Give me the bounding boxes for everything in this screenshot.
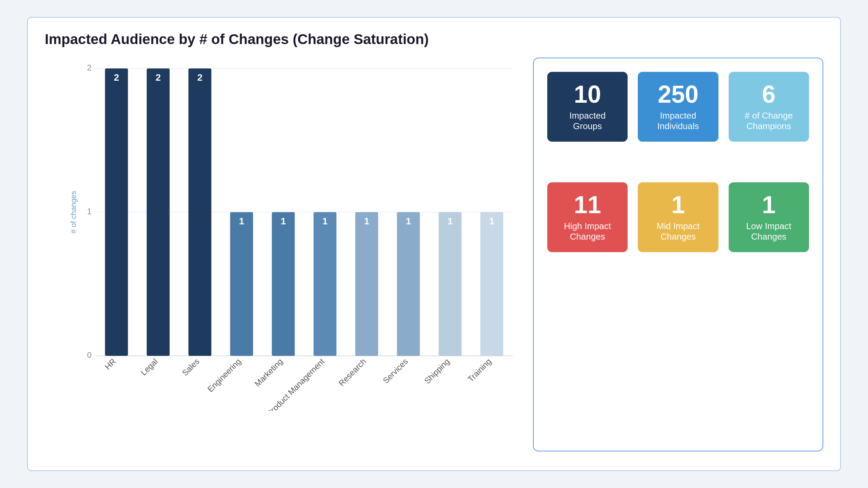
stat-number: 6 — [762, 82, 775, 106]
svg-text:1: 1 — [364, 216, 370, 226]
chart-area: 012# of changes2HR2Legal2Sales1Engineeri… — [45, 58, 519, 451]
svg-rect-17 — [230, 212, 253, 356]
svg-text:0: 0 — [87, 350, 92, 360]
svg-text:2: 2 — [156, 72, 161, 83]
svg-text:1: 1 — [239, 216, 244, 226]
stat-card: 11High Impact Changes — [547, 182, 628, 252]
stat-label: High Impact Changes — [554, 221, 621, 242]
svg-text:2: 2 — [197, 72, 203, 83]
stat-label: Low Impact Changes — [735, 221, 802, 242]
stat-number: 11 — [574, 192, 601, 217]
stat-card: 250Impacted Individuals — [638, 72, 718, 142]
svg-text:Marketing: Marketing — [253, 357, 284, 388]
svg-rect-35 — [480, 212, 504, 356]
svg-text:Legal: Legal — [139, 357, 159, 377]
svg-text:1: 1 — [281, 216, 286, 226]
stats-row-1: 10Impacted Groups250Impacted Individuals… — [547, 72, 809, 142]
stat-card: 1Low Impact Changes — [729, 182, 809, 252]
stat-label: Impacted Individuals — [645, 110, 711, 131]
stat-number: 1 — [762, 192, 775, 217]
stat-number: 250 — [658, 82, 698, 106]
svg-text:2: 2 — [87, 63, 92, 72]
main-card: Impacted Audience by # of Changes (Chang… — [27, 17, 841, 471]
svg-rect-14 — [189, 68, 212, 356]
stat-label: # of Change Champions — [735, 110, 802, 131]
svg-rect-20 — [272, 212, 295, 356]
stat-card: 1Mid Impact Changes — [638, 182, 718, 252]
chart-title: Impacted Audience by # of Changes (Chang… — [45, 31, 823, 47]
svg-rect-8 — [105, 68, 128, 356]
stat-card: 6# of Change Champions — [729, 72, 809, 142]
svg-rect-23 — [314, 212, 337, 356]
svg-text:1: 1 — [406, 216, 411, 226]
svg-text:# of changes: # of changes — [69, 191, 78, 233]
svg-text:Research: Research — [337, 357, 368, 388]
stat-label: Mid Impact Changes — [645, 221, 711, 242]
svg-rect-26 — [355, 212, 378, 356]
stat-label: Impacted Groups — [554, 110, 621, 131]
svg-text:1: 1 — [87, 207, 92, 216]
svg-text:1: 1 — [489, 216, 495, 226]
svg-text:Training: Training — [466, 357, 493, 384]
chart-container: 012# of changes2HR2Legal2Sales1Engineeri… — [45, 58, 519, 451]
main-content: 012# of changes2HR2Legal2Sales1Engineeri… — [45, 58, 823, 451]
stat-number: 1 — [671, 192, 685, 217]
svg-rect-29 — [397, 212, 420, 356]
svg-text:2: 2 — [114, 72, 119, 83]
svg-text:1: 1 — [448, 216, 453, 226]
svg-text:Services: Services — [381, 357, 410, 385]
svg-text:1: 1 — [322, 216, 328, 226]
svg-text:Sales: Sales — [180, 357, 201, 378]
svg-text:Shipping: Shipping — [422, 357, 451, 385]
stat-number: 10 — [574, 82, 601, 106]
svg-rect-32 — [439, 212, 462, 356]
svg-text:Engineering: Engineering — [205, 357, 243, 394]
stats-row-2: 11High Impact Changes1Mid Impact Changes… — [547, 182, 809, 252]
bar-chart-svg: 012# of changes2HR2Legal2Sales1Engineeri… — [68, 58, 519, 411]
svg-rect-11 — [147, 68, 170, 356]
svg-text:HR: HR — [103, 357, 118, 371]
stats-panel: 10Impacted Groups250Impacted Individuals… — [533, 58, 823, 451]
stat-card: 10Impacted Groups — [547, 72, 628, 142]
